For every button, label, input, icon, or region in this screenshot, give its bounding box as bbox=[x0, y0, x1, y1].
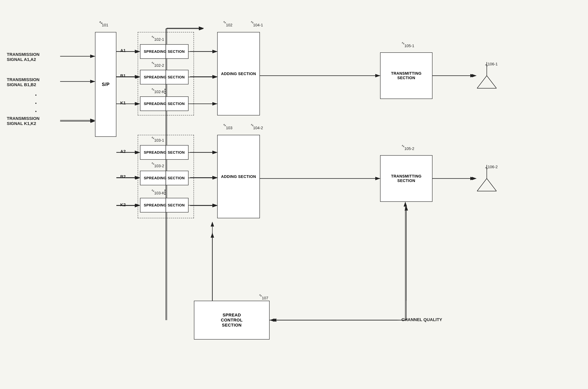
transmission-signal-b-label: TRANSMISSION SIGNAL B1,B2 bbox=[7, 77, 40, 87]
svg-line-32 bbox=[477, 76, 487, 88]
ref-105-1: 105-1 bbox=[404, 44, 414, 48]
ref-102-2: 102-2 bbox=[154, 63, 164, 68]
ref-103-k: 103-K bbox=[154, 191, 164, 195]
ref-102-1: 102-1 bbox=[154, 37, 164, 42]
sp-block: S/P bbox=[95, 32, 116, 137]
ref-101: 101 bbox=[102, 23, 108, 27]
tilde-103-1: ∿ bbox=[151, 135, 155, 140]
spreading-section-103-2: SPREADING SECTION bbox=[140, 171, 188, 185]
tilde-101: ∿ bbox=[99, 20, 103, 25]
node-a2: A2 bbox=[120, 149, 126, 154]
svg-line-37 bbox=[487, 178, 496, 191]
tilde-104-2: ∿ bbox=[250, 123, 254, 127]
node-a1: A1 bbox=[120, 48, 126, 53]
ref-104-1: 104-1 bbox=[253, 23, 263, 27]
dots-label: ··· bbox=[35, 91, 37, 116]
antenna-1: 106-1 ∿ bbox=[475, 61, 498, 100]
ref-102-k: 102-K bbox=[154, 90, 164, 94]
channel-quality-label: CHANNEL QUALITY bbox=[402, 317, 442, 322]
tilde-105-2: ∿ bbox=[402, 144, 405, 148]
transmission-signal-a-label: TRANSMISSION SIGNAL A1,A2 bbox=[7, 52, 40, 62]
transmission-signal-k-label: TRANSMISSION SIGNAL K1,K2 bbox=[7, 116, 40, 126]
tilde-102-2: ∿ bbox=[151, 61, 155, 65]
tilde-103-2: ∿ bbox=[151, 161, 155, 166]
ref-102: 102 bbox=[226, 23, 232, 27]
ref-103: 103 bbox=[226, 126, 232, 130]
node-b2: B2 bbox=[120, 174, 126, 179]
tilde-102-1: ∿ bbox=[151, 34, 155, 39]
spreading-section-102-2: SPREADING SECTION bbox=[140, 70, 188, 84]
spreading-section-102-1: SPREADING SECTION bbox=[140, 44, 188, 59]
tilde-102: ∿ bbox=[223, 20, 226, 25]
ref-103-2: 103-2 bbox=[154, 164, 164, 168]
spreading-section-103-1: SPREADING SECTION bbox=[140, 145, 188, 160]
tilde-107: ∿ bbox=[259, 293, 262, 298]
tilde-103-k: ∿ bbox=[151, 188, 155, 193]
adding-section-lower: ADDING SECTION bbox=[217, 135, 260, 218]
node-b1: B1 bbox=[120, 73, 126, 78]
svg-line-36 bbox=[477, 178, 487, 191]
spreading-section-102-k: SPREADING SECTION bbox=[140, 97, 188, 111]
antenna-2: 106-2 ∿ bbox=[475, 164, 498, 203]
tilde-102-k: ∿ bbox=[151, 87, 155, 92]
tilde-106-1: ∿ bbox=[485, 63, 508, 67]
ref-107: 107 bbox=[262, 296, 268, 300]
tilde-104-1: ∿ bbox=[250, 20, 254, 25]
ref-105-2: 105-2 bbox=[404, 146, 414, 151]
ref-104-2: 104-2 bbox=[253, 126, 263, 130]
tilde-103: ∿ bbox=[223, 123, 226, 127]
tilde-106-2: ∿ bbox=[485, 166, 508, 170]
svg-line-33 bbox=[487, 76, 496, 88]
adding-section-upper: ADDING SECTION bbox=[217, 32, 260, 115]
transmitting-section-1: TRANSMITTINGSECTION bbox=[380, 52, 433, 99]
transmitting-section-2: TRANSMITTINGSECTION bbox=[380, 155, 433, 202]
node-k2: K2 bbox=[120, 202, 126, 207]
spreading-section-103-k: SPREADING SECTION bbox=[140, 198, 188, 212]
node-k1: K1 bbox=[120, 100, 126, 105]
spread-control-section: SPREADCONTROLSECTION bbox=[194, 301, 270, 340]
tilde-105-1: ∿ bbox=[402, 41, 405, 45]
ref-103-1: 103-1 bbox=[154, 138, 164, 143]
